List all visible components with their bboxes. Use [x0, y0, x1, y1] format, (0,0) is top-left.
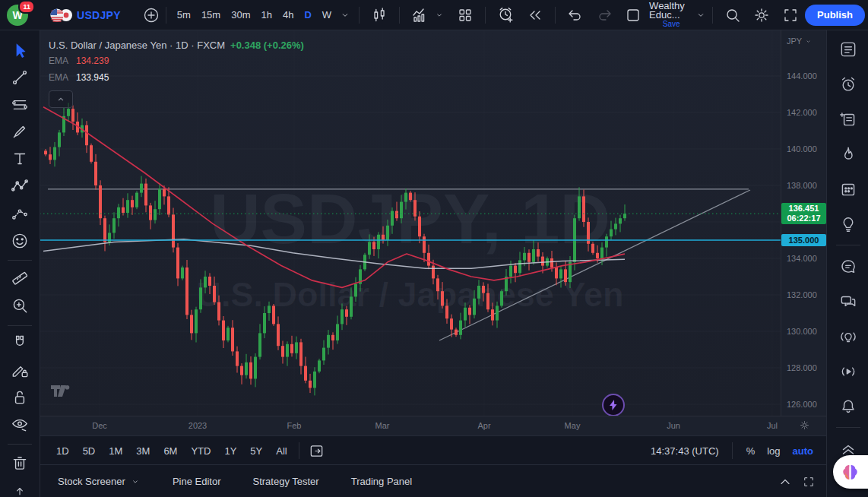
- cursor-icon[interactable]: [7, 38, 33, 64]
- axis-currency-menu[interactable]: JPY: [787, 36, 813, 46]
- indicators-chevron-down-icon[interactable]: [434, 10, 445, 21]
- range-button-5d[interactable]: 5D: [77, 442, 102, 460]
- interval-chevron-down-icon[interactable]: [337, 5, 353, 26]
- watchlist-icon[interactable]: [835, 36, 861, 62]
- chart-area[interactable]: USDJPY, 1D U.S. Dollar / Japanese Yen U.…: [40, 30, 781, 416]
- interval-button-5m[interactable]: 5m: [172, 5, 196, 26]
- publish-button[interactable]: Publish: [805, 5, 865, 26]
- panel-maximize-icon[interactable]: [802, 475, 816, 489]
- divider: [836, 245, 860, 245]
- notifications-icon[interactable]: [835, 394, 861, 419]
- user-avatar[interactable]: W 11: [7, 5, 28, 26]
- xabcd-pattern-icon[interactable]: [7, 173, 33, 199]
- legend-collapse-button[interactable]: [49, 90, 73, 108]
- clock[interactable]: 14:37:43 (UTC): [646, 442, 724, 460]
- time-tick: Jun: [667, 421, 680, 430]
- streams-icon[interactable]: [835, 359, 861, 385]
- symbol-button[interactable]: USDJPY: [77, 9, 121, 21]
- brain-icon: [840, 462, 860, 483]
- hotlists-icon[interactable]: [835, 141, 861, 167]
- interval-button-D[interactable]: D: [299, 5, 316, 26]
- text-icon[interactable]: [7, 146, 33, 172]
- range-button-3m[interactable]: 3M: [130, 442, 156, 460]
- range-button-1y[interactable]: 1Y: [218, 442, 242, 460]
- time-tick: 2023: [188, 421, 207, 430]
- range-button-1m[interactable]: 1M: [103, 442, 128, 460]
- browser-extension-overlay[interactable]: [833, 455, 868, 489]
- alert-add-icon[interactable]: [491, 5, 521, 26]
- trend-line-icon[interactable]: [7, 65, 33, 90]
- magnet-icon[interactable]: [7, 330, 33, 356]
- chats-icon[interactable]: [835, 254, 861, 280]
- range-button-5y[interactable]: 5Y: [244, 442, 268, 460]
- indicator-row-ema-fast[interactable]: EMA 134.239: [49, 52, 304, 69]
- range-button-6m[interactable]: 6M: [157, 442, 183, 460]
- range-button-1d[interactable]: 1D: [50, 442, 75, 460]
- brush-icon[interactable]: [7, 119, 33, 144]
- alerts-icon[interactable]: [835, 71, 861, 97]
- candle-style-icon[interactable]: [365, 5, 394, 26]
- divider: [485, 7, 486, 24]
- tab-strategy-tester[interactable]: Strategy Tester: [249, 471, 322, 492]
- tab-trading-panel[interactable]: Trading Panel: [348, 471, 415, 492]
- panel-expand-chevron-icon[interactable]: [778, 474, 793, 489]
- horizontal-level-label: 135.000: [781, 234, 826, 246]
- indicator-row-ema-slow[interactable]: EMA 133.945: [49, 69, 304, 86]
- lightning-event-badge[interactable]: [602, 394, 625, 416]
- interval-button-15m[interactable]: 15m: [196, 5, 226, 26]
- settings-gear-icon[interactable]: [747, 5, 776, 26]
- tradingview-logo[interactable]: [50, 385, 73, 400]
- interval-button-30m[interactable]: 30m: [226, 5, 255, 26]
- range-button-all[interactable]: All: [270, 442, 293, 460]
- emoji-icon[interactable]: [7, 228, 33, 254]
- interval-button-W[interactable]: W: [317, 5, 337, 26]
- scale-button-percent[interactable]: %: [741, 442, 761, 460]
- indicators-icon[interactable]: [405, 5, 434, 26]
- layout-grid-icon[interactable]: [451, 5, 480, 26]
- calendar-icon[interactable]: [835, 176, 861, 202]
- fib-retracement-icon[interactable]: [7, 92, 33, 118]
- go-to-date-icon[interactable]: [305, 442, 328, 460]
- lock-all-icon[interactable]: [7, 385, 33, 410]
- tab-stock-screener[interactable]: Stock Screener: [55, 471, 144, 492]
- fullscreen-icon[interactable]: [776, 5, 805, 26]
- drawing-edit-lock-icon[interactable]: [7, 357, 33, 383]
- ideas-icon[interactable]: [835, 211, 861, 237]
- axis-settings-gear-icon[interactable]: [798, 419, 811, 432]
- layout-square-icon[interactable]: [619, 5, 648, 26]
- time-tick: Mar: [375, 421, 390, 430]
- ema-slow-value: 133.945: [76, 72, 109, 83]
- tab-pine-editor[interactable]: Pine Editor: [169, 471, 224, 492]
- interval-button-4h[interactable]: 4h: [277, 5, 299, 26]
- ema-fast-value: 134.239: [76, 55, 109, 66]
- notes-icon[interactable]: [835, 106, 861, 132]
- bottom-panel: Stock ScreenerPine EditorStrategy Tester…: [40, 464, 826, 497]
- time-axis[interactable]: Dec2023FebMarAprMayJunJul: [40, 416, 826, 436]
- price-tick: 130.000: [787, 327, 817, 336]
- compare-add-icon[interactable]: [142, 6, 160, 24]
- undo-icon[interactable]: [561, 5, 590, 26]
- redo-icon[interactable]: [590, 5, 619, 26]
- layout-chevron-down-icon[interactable]: [695, 9, 707, 21]
- divider: [299, 442, 299, 459]
- hide-drawings-icon[interactable]: [7, 411, 33, 437]
- remove-drawings-icon[interactable]: [7, 450, 33, 476]
- scale-button-log[interactable]: log: [762, 442, 785, 460]
- layout-menu[interactable]: Wealthy Educ... Save: [648, 2, 695, 29]
- arrow-up-icon[interactable]: [7, 477, 33, 497]
- conversations-icon[interactable]: [835, 289, 861, 315]
- search-icon[interactable]: [718, 5, 747, 26]
- divider: [836, 427, 860, 428]
- zoom-in-icon[interactable]: [7, 293, 33, 318]
- live-ideas-icon[interactable]: [835, 324, 861, 350]
- price-axis[interactable]: JPY 144.000142.000140.000138.000134.0001…: [781, 30, 827, 416]
- price-tick: 142.000: [787, 108, 817, 117]
- save-link[interactable]: Save: [663, 20, 680, 29]
- scale-button-auto[interactable]: auto: [787, 442, 819, 460]
- bar-replay-icon[interactable]: [521, 5, 550, 26]
- legend-symbol-title[interactable]: U.S. Dollar / Japanese Yen · 1D · FXCM: [49, 40, 225, 51]
- interval-button-1h[interactable]: 1h: [255, 5, 277, 26]
- forecast-icon[interactable]: [7, 201, 33, 226]
- range-button-ytd[interactable]: YTD: [185, 442, 217, 460]
- measure-icon[interactable]: [7, 265, 33, 291]
